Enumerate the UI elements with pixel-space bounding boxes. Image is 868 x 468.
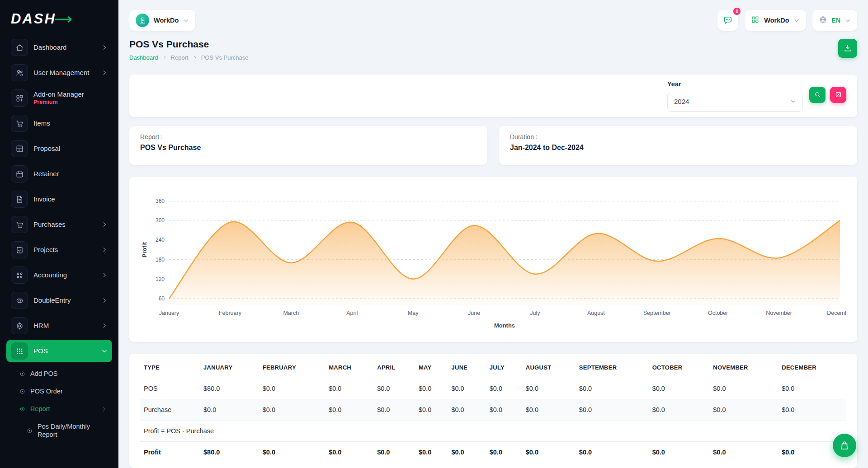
brand-logo[interactable]: DASH — [6, 8, 112, 36]
sidebar-item-label: Purchases — [33, 220, 66, 229]
sidebar-item-hrm[interactable]: HRM — [6, 314, 112, 337]
sidebar-item-addon-manager[interactable]: Add-on Manager Premium — [6, 87, 112, 109]
sidebar-item-label: Proposal — [33, 145, 60, 153]
breadcrumb: Dashboard Report POS Vs Purchase — [129, 54, 248, 61]
workspace-switcher[interactable]: WorkDo — [129, 10, 195, 31]
home-icon — [11, 39, 28, 56]
duration-value: Jan-2024 to Dec-2024 — [510, 144, 846, 152]
table-cell: $0.0 — [415, 399, 448, 421]
sidebar-item-pos[interactable]: POS — [6, 340, 112, 362]
svg-text:September: September — [643, 310, 671, 316]
sidebar-item-invoice[interactable]: Invoice — [6, 188, 112, 211]
sidebar-subitem-pos-order[interactable]: POS Order — [6, 383, 112, 400]
svg-text:May: May — [408, 310, 419, 316]
topbar: WorkDo 0 WorkDo EN — [129, 10, 857, 31]
table-cell: $0.0 — [522, 442, 576, 463]
table-cell: $0.0 — [778, 378, 846, 399]
svg-text:August: August — [587, 310, 605, 316]
report-value: POS Vs Purchase — [140, 144, 476, 152]
premium-badge: Premium — [33, 99, 84, 106]
chevron-down-icon — [101, 348, 108, 354]
chevron-right-icon — [101, 297, 108, 304]
table-cell: $0.0 — [415, 378, 448, 399]
sidebar-subitem-add-pos[interactable]: Add POS — [6, 365, 112, 383]
calendar-icon — [11, 165, 28, 183]
svg-text:March: March — [283, 310, 299, 316]
table-header-cell: TYPE — [140, 356, 200, 378]
sidebar-item-label: Dashboard — [33, 43, 66, 52]
table-cell: $0.0 — [325, 378, 373, 399]
table-header-cell: JANUARY — [200, 356, 259, 378]
sidebar-item-accounting[interactable]: Accounting — [6, 264, 112, 286]
table-header-cell: MAY — [415, 356, 448, 378]
sidebar-item-user-management[interactable]: User Management — [6, 61, 112, 84]
table-header-cell: AUGUST — [522, 356, 576, 378]
app-menu-button[interactable]: WorkDo — [745, 10, 806, 31]
table-cell: $0.0 — [373, 399, 415, 421]
sidebar-item-doubleentry[interactable]: DoubleEntry — [6, 289, 112, 312]
table-note-row: Profit = POS - Purchase — [140, 421, 846, 442]
sidebar-item-items[interactable]: Items — [6, 112, 112, 135]
row-type-cell: Profit — [140, 442, 200, 463]
svg-text:April: April — [346, 310, 358, 316]
chevron-right-icon — [101, 221, 108, 228]
summary-row: Report : POS Vs Purchase Duration : Jan-… — [129, 126, 857, 165]
download-button[interactable] — [838, 39, 857, 58]
chevron-right-icon — [192, 55, 198, 61]
reset-filter-button[interactable] — [830, 87, 846, 103]
cart-icon — [11, 216, 28, 233]
report-label: Report : — [140, 133, 476, 140]
sidebar-item-label: Items — [33, 119, 50, 128]
svg-text:60: 60 — [159, 295, 165, 302]
sidebar-item-label: User Management — [33, 69, 89, 77]
logo-arrow-icon — [55, 16, 75, 23]
building-icon — [139, 17, 146, 24]
brand-logo-text: DASH — [11, 11, 56, 27]
sidebar-item-dashboard[interactable]: Dashboard — [6, 36, 112, 59]
table-cell: $0.0 — [522, 378, 576, 399]
table-row-profit: Profit $80.0 $0.0 $0.0 $0.0 $0.0 $0.0 $0… — [140, 442, 846, 463]
table-cell: $0.0 — [522, 399, 576, 421]
sidebar-item-retainer[interactable]: Retainer — [6, 163, 112, 185]
table-cell: $0.0 — [576, 399, 649, 421]
language-selector[interactable]: EN — [812, 10, 857, 31]
circle-dot-icon — [19, 370, 26, 377]
messages-button[interactable]: 0 — [717, 10, 738, 31]
target-icon — [11, 317, 28, 334]
table-cell: $0.0 — [448, 399, 486, 421]
globe-icon — [819, 15, 827, 26]
table-cell: $0.0 — [709, 378, 778, 399]
sidebar-item-label: POS — [33, 347, 48, 356]
sidebar-subitem-pos-daily-monthly-report[interactable]: Pos Daily/Monthly Report — [6, 418, 112, 444]
download-icon — [843, 44, 852, 53]
pos-cart-fab[interactable] — [833, 434, 856, 457]
messages-count-badge: 0 — [732, 7, 741, 16]
breadcrumb-item-report[interactable]: Report — [171, 54, 189, 61]
table-row-purchase: Purchase $0.0 $0.0 $0.0 $0.0 $0.0 $0.0 $… — [140, 399, 846, 421]
table-header-cell: NOVEMBER — [709, 356, 778, 378]
breadcrumb-link-dashboard[interactable]: Dashboard — [129, 54, 158, 61]
sidebar-item-purchases[interactable]: Purchases — [6, 213, 112, 236]
sidebar-item-label: Projects — [33, 246, 58, 254]
chevron-right-icon — [101, 323, 108, 329]
search-button[interactable] — [809, 87, 826, 103]
year-select[interactable]: 2024 — [667, 92, 803, 112]
chevron-right-icon — [162, 55, 167, 61]
sidebar-item-proposal[interactable]: Proposal — [6, 137, 112, 160]
duration-summary-card: Duration : Jan-2024 to Dec-2024 — [499, 126, 857, 165]
users-icon — [11, 64, 28, 81]
two-circles-icon — [11, 292, 28, 309]
table-header-cell: DECEMBER — [778, 356, 846, 378]
shopping-bag-icon — [839, 440, 850, 451]
row-type-cell: POS — [140, 378, 200, 399]
table-cell: $0.0 — [486, 378, 522, 399]
chevron-right-icon — [101, 247, 108, 253]
workspace-avatar — [136, 14, 149, 27]
table-cell: $0.0 — [325, 399, 373, 421]
table-header-cell: FEBRUARY — [259, 356, 325, 378]
basket-icon — [11, 115, 28, 132]
sidebar-item-projects[interactable]: Projects — [6, 239, 112, 261]
sidebar-subitem-report[interactable]: Report — [6, 400, 112, 418]
breadcrumb-item-current: POS Vs Purchase — [201, 54, 249, 61]
table-cell: $0.0 — [649, 399, 710, 421]
